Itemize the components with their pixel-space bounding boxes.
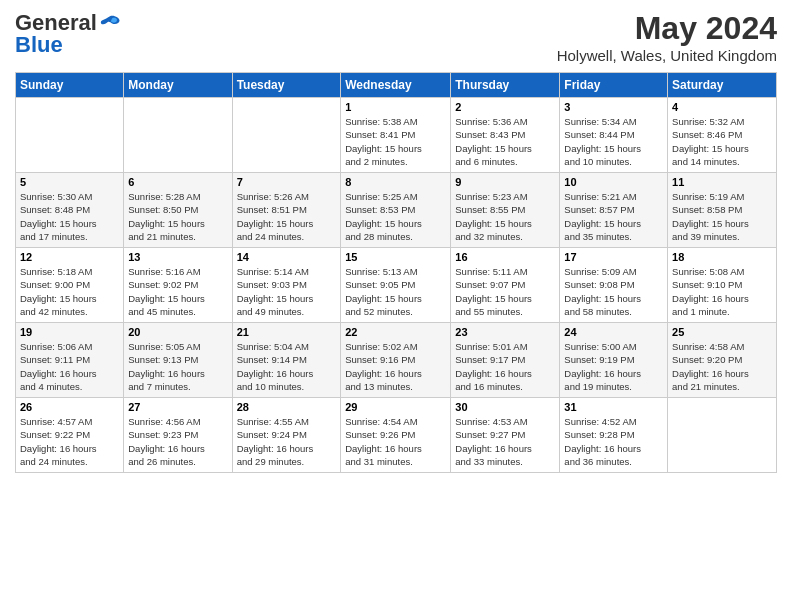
calendar-row: 5Sunrise: 5:30 AM Sunset: 8:48 PM Daylig… xyxy=(16,173,777,248)
calendar-cell: 16Sunrise: 5:11 AM Sunset: 9:07 PM Dayli… xyxy=(451,248,560,323)
calendar-cell: 20Sunrise: 5:05 AM Sunset: 9:13 PM Dayli… xyxy=(124,323,232,398)
col-header-sunday: Sunday xyxy=(16,73,124,98)
day-number: 9 xyxy=(455,176,555,188)
day-number: 19 xyxy=(20,326,119,338)
calendar-cell: 22Sunrise: 5:02 AM Sunset: 9:16 PM Dayli… xyxy=(341,323,451,398)
logo: General Blue xyxy=(15,10,121,58)
day-number: 3 xyxy=(564,101,663,113)
day-info: Sunrise: 5:23 AM Sunset: 8:55 PM Dayligh… xyxy=(455,190,555,243)
day-info: Sunrise: 5:01 AM Sunset: 9:17 PM Dayligh… xyxy=(455,340,555,393)
calendar-cell: 24Sunrise: 5:00 AM Sunset: 9:19 PM Dayli… xyxy=(560,323,668,398)
col-header-wednesday: Wednesday xyxy=(341,73,451,98)
calendar-cell: 21Sunrise: 5:04 AM Sunset: 9:14 PM Dayli… xyxy=(232,323,341,398)
day-number: 28 xyxy=(237,401,337,413)
day-number: 30 xyxy=(455,401,555,413)
calendar-cell: 18Sunrise: 5:08 AM Sunset: 9:10 PM Dayli… xyxy=(668,248,777,323)
calendar-header-row: SundayMondayTuesdayWednesdayThursdayFrid… xyxy=(16,73,777,98)
day-number: 29 xyxy=(345,401,446,413)
calendar-cell: 29Sunrise: 4:54 AM Sunset: 9:26 PM Dayli… xyxy=(341,398,451,473)
day-number: 2 xyxy=(455,101,555,113)
calendar-cell: 4Sunrise: 5:32 AM Sunset: 8:46 PM Daylig… xyxy=(668,98,777,173)
day-info: Sunrise: 5:38 AM Sunset: 8:41 PM Dayligh… xyxy=(345,115,446,168)
day-info: Sunrise: 5:21 AM Sunset: 8:57 PM Dayligh… xyxy=(564,190,663,243)
day-number: 22 xyxy=(345,326,446,338)
day-info: Sunrise: 5:30 AM Sunset: 8:48 PM Dayligh… xyxy=(20,190,119,243)
calendar-cell: 28Sunrise: 4:55 AM Sunset: 9:24 PM Dayli… xyxy=(232,398,341,473)
calendar-cell: 11Sunrise: 5:19 AM Sunset: 8:58 PM Dayli… xyxy=(668,173,777,248)
day-info: Sunrise: 5:06 AM Sunset: 9:11 PM Dayligh… xyxy=(20,340,119,393)
day-info: Sunrise: 4:58 AM Sunset: 9:20 PM Dayligh… xyxy=(672,340,772,393)
day-info: Sunrise: 4:57 AM Sunset: 9:22 PM Dayligh… xyxy=(20,415,119,468)
day-number: 26 xyxy=(20,401,119,413)
day-info: Sunrise: 5:11 AM Sunset: 9:07 PM Dayligh… xyxy=(455,265,555,318)
calendar-cell xyxy=(16,98,124,173)
calendar-cell: 9Sunrise: 5:23 AM Sunset: 8:55 PM Daylig… xyxy=(451,173,560,248)
day-number: 12 xyxy=(20,251,119,263)
calendar-cell: 5Sunrise: 5:30 AM Sunset: 8:48 PM Daylig… xyxy=(16,173,124,248)
location: Holywell, Wales, United Kingdom xyxy=(557,47,777,64)
calendar-cell: 1Sunrise: 5:38 AM Sunset: 8:41 PM Daylig… xyxy=(341,98,451,173)
day-number: 1 xyxy=(345,101,446,113)
col-header-friday: Friday xyxy=(560,73,668,98)
day-info: Sunrise: 4:54 AM Sunset: 9:26 PM Dayligh… xyxy=(345,415,446,468)
day-info: Sunrise: 5:26 AM Sunset: 8:51 PM Dayligh… xyxy=(237,190,337,243)
calendar-cell: 12Sunrise: 5:18 AM Sunset: 9:00 PM Dayli… xyxy=(16,248,124,323)
calendar-cell: 17Sunrise: 5:09 AM Sunset: 9:08 PM Dayli… xyxy=(560,248,668,323)
day-number: 8 xyxy=(345,176,446,188)
day-info: Sunrise: 5:19 AM Sunset: 8:58 PM Dayligh… xyxy=(672,190,772,243)
day-info: Sunrise: 4:56 AM Sunset: 9:23 PM Dayligh… xyxy=(128,415,227,468)
day-number: 27 xyxy=(128,401,227,413)
month-year: May 2024 xyxy=(557,10,777,47)
calendar-cell: 7Sunrise: 5:26 AM Sunset: 8:51 PM Daylig… xyxy=(232,173,341,248)
calendar-cell: 14Sunrise: 5:14 AM Sunset: 9:03 PM Dayli… xyxy=(232,248,341,323)
day-number: 25 xyxy=(672,326,772,338)
calendar-cell: 31Sunrise: 4:52 AM Sunset: 9:28 PM Dayli… xyxy=(560,398,668,473)
day-info: Sunrise: 5:09 AM Sunset: 9:08 PM Dayligh… xyxy=(564,265,663,318)
calendar-cell xyxy=(232,98,341,173)
day-number: 4 xyxy=(672,101,772,113)
calendar-cell: 10Sunrise: 5:21 AM Sunset: 8:57 PM Dayli… xyxy=(560,173,668,248)
day-info: Sunrise: 5:28 AM Sunset: 8:50 PM Dayligh… xyxy=(128,190,227,243)
calendar-row: 1Sunrise: 5:38 AM Sunset: 8:41 PM Daylig… xyxy=(16,98,777,173)
col-header-saturday: Saturday xyxy=(668,73,777,98)
day-number: 7 xyxy=(237,176,337,188)
day-number: 20 xyxy=(128,326,227,338)
day-number: 16 xyxy=(455,251,555,263)
day-number: 18 xyxy=(672,251,772,263)
calendar-cell: 30Sunrise: 4:53 AM Sunset: 9:27 PM Dayli… xyxy=(451,398,560,473)
day-number: 31 xyxy=(564,401,663,413)
day-info: Sunrise: 5:13 AM Sunset: 9:05 PM Dayligh… xyxy=(345,265,446,318)
day-info: Sunrise: 4:52 AM Sunset: 9:28 PM Dayligh… xyxy=(564,415,663,468)
calendar-cell xyxy=(124,98,232,173)
day-info: Sunrise: 5:14 AM Sunset: 9:03 PM Dayligh… xyxy=(237,265,337,318)
calendar-row: 26Sunrise: 4:57 AM Sunset: 9:22 PM Dayli… xyxy=(16,398,777,473)
calendar-cell: 26Sunrise: 4:57 AM Sunset: 9:22 PM Dayli… xyxy=(16,398,124,473)
logo-bird-icon xyxy=(99,11,121,33)
day-number: 15 xyxy=(345,251,446,263)
day-info: Sunrise: 5:08 AM Sunset: 9:10 PM Dayligh… xyxy=(672,265,772,318)
day-info: Sunrise: 5:25 AM Sunset: 8:53 PM Dayligh… xyxy=(345,190,446,243)
col-header-thursday: Thursday xyxy=(451,73,560,98)
calendar-cell: 2Sunrise: 5:36 AM Sunset: 8:43 PM Daylig… xyxy=(451,98,560,173)
day-info: Sunrise: 5:34 AM Sunset: 8:44 PM Dayligh… xyxy=(564,115,663,168)
calendar-cell: 25Sunrise: 4:58 AM Sunset: 9:20 PM Dayli… xyxy=(668,323,777,398)
day-info: Sunrise: 4:53 AM Sunset: 9:27 PM Dayligh… xyxy=(455,415,555,468)
calendar-cell: 15Sunrise: 5:13 AM Sunset: 9:05 PM Dayli… xyxy=(341,248,451,323)
day-number: 6 xyxy=(128,176,227,188)
day-number: 5 xyxy=(20,176,119,188)
day-info: Sunrise: 5:04 AM Sunset: 9:14 PM Dayligh… xyxy=(237,340,337,393)
calendar-cell: 13Sunrise: 5:16 AM Sunset: 9:02 PM Dayli… xyxy=(124,248,232,323)
day-info: Sunrise: 5:16 AM Sunset: 9:02 PM Dayligh… xyxy=(128,265,227,318)
calendar-cell: 8Sunrise: 5:25 AM Sunset: 8:53 PM Daylig… xyxy=(341,173,451,248)
day-number: 13 xyxy=(128,251,227,263)
calendar-page: General Blue May 2024 Holywell, Wales, U… xyxy=(0,0,792,612)
calendar-cell xyxy=(668,398,777,473)
day-info: Sunrise: 5:36 AM Sunset: 8:43 PM Dayligh… xyxy=(455,115,555,168)
day-info: Sunrise: 5:18 AM Sunset: 9:00 PM Dayligh… xyxy=(20,265,119,318)
calendar-row: 12Sunrise: 5:18 AM Sunset: 9:00 PM Dayli… xyxy=(16,248,777,323)
col-header-tuesday: Tuesday xyxy=(232,73,341,98)
col-header-monday: Monday xyxy=(124,73,232,98)
calendar-table: SundayMondayTuesdayWednesdayThursdayFrid… xyxy=(15,72,777,473)
calendar-row: 19Sunrise: 5:06 AM Sunset: 9:11 PM Dayli… xyxy=(16,323,777,398)
day-number: 14 xyxy=(237,251,337,263)
